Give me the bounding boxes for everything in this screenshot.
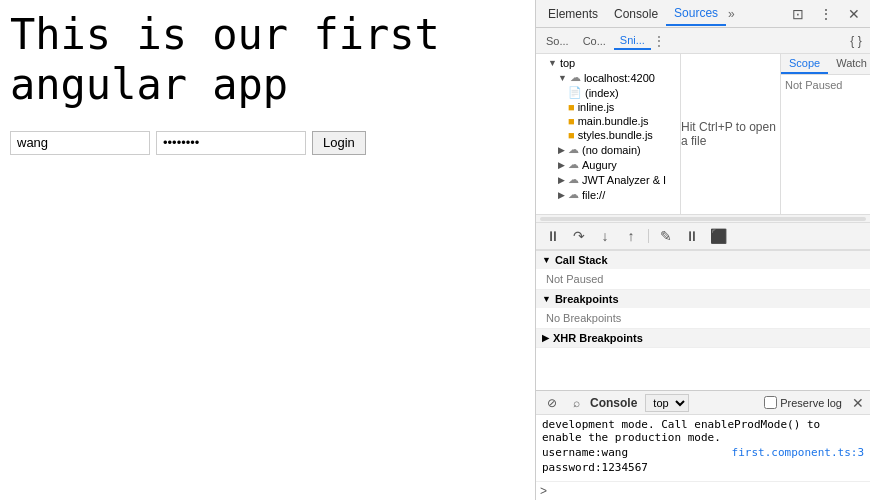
tree-item-file[interactable]: ▶ ☁ file:// [536, 187, 680, 202]
step-over-button[interactable]: ↷ [568, 225, 590, 247]
file-icon-inline: ■ [568, 101, 575, 113]
sources-toolbar: So... Co... Sni... ⋮ { } [536, 28, 870, 54]
breakpoints-label: Breakpoints [555, 293, 619, 305]
tree-label-jwt: JWT Analyzer & I [582, 174, 666, 186]
scope-watch-panel: Scope Watch Not Paused [780, 54, 870, 214]
sources-main: ▼ top ▼ ☁ localhost:4200 📄 (index) ■ inl… [536, 54, 870, 214]
console-filter-icon[interactable]: ⊘ [542, 393, 562, 413]
tab-console[interactable]: Console [606, 3, 666, 25]
console-output: development mode. Call enableProdMode() … [536, 415, 870, 481]
tree-label-inline: inline.js [578, 101, 615, 113]
console-close-button[interactable]: ✕ [852, 395, 864, 411]
tree-item-mainbundle[interactable]: ■ main.bundle.js [536, 114, 680, 128]
deactivate-breakpoints-button[interactable]: ✎ [655, 225, 677, 247]
tree-item-augury[interactable]: ▶ ☁ Augury [536, 157, 680, 172]
scope-watch-tabs: Scope Watch [781, 54, 870, 75]
tree-label-augury: Augury [582, 159, 617, 171]
tab-elements[interactable]: Elements [540, 3, 606, 25]
call-stack-status: Not Paused [546, 273, 603, 285]
console-line: username:wang first.component.ts:3 [542, 445, 864, 460]
console-text-username: username:wang [542, 446, 628, 459]
disable-all-button[interactable]: ⬛ [707, 225, 729, 247]
cloud-icon-localhost: ☁ [570, 71, 581, 84]
tree-item-jwt[interactable]: ▶ ☁ JWT Analyzer & I [536, 172, 680, 187]
sources-tab-co[interactable]: Co... [577, 33, 612, 49]
file-icon-stylesbundle: ■ [568, 129, 575, 141]
app-panel: This is our first angular app Login [0, 0, 535, 500]
debugger-sep1 [648, 229, 649, 243]
xhr-arrow: ▶ [542, 333, 549, 343]
call-stack-label: Call Stack [555, 254, 608, 266]
cloud-icon-file: ☁ [568, 188, 579, 201]
pause-button[interactable]: ⏸ [542, 225, 564, 247]
tree-item-localhost[interactable]: ▼ ☁ localhost:4200 [536, 70, 680, 85]
tree-item-top[interactable]: ▼ top [536, 56, 680, 70]
tree-label-index: (index) [585, 87, 619, 99]
devtools-panel: Elements Console Sources » ⊡ ⋮ ✕ So... C… [535, 0, 870, 500]
sources-tab-so[interactable]: So... [540, 33, 575, 49]
console-text: development mode. Call enableProdMode() … [542, 418, 820, 444]
format-button[interactable]: { } [846, 31, 866, 51]
devtools-topbar: Elements Console Sources » ⊡ ⋮ ✕ [536, 0, 870, 28]
console-prompt: > [540, 484, 547, 498]
call-stack-header[interactable]: ▼ Call Stack [536, 251, 870, 269]
tree-arrow-file: ▶ [558, 190, 565, 200]
console-input[interactable] [551, 485, 866, 498]
tree-arrow-nodomain: ▶ [558, 145, 565, 155]
file-icon-mainbundle: ■ [568, 115, 575, 127]
step-out-button[interactable]: ↑ [620, 225, 642, 247]
tree-item-index[interactable]: 📄 (index) [536, 85, 680, 100]
async-call-stack-button[interactable]: ⏸ [681, 225, 703, 247]
tree-item-stylesbundle[interactable]: ■ styles.bundle.js [536, 128, 680, 142]
app-title: This is our first angular app [10, 10, 525, 111]
scope-content: Not Paused [781, 75, 870, 95]
tree-item-nodomain[interactable]: ▶ ☁ (no domain) [536, 142, 680, 157]
device-toolbar-icon[interactable]: ⊡ [786, 2, 810, 26]
console-title: Console [590, 396, 637, 410]
username-input[interactable] [10, 131, 150, 155]
breakpoints-status: No Breakpoints [546, 312, 621, 324]
tree-label-nodomain: (no domain) [582, 144, 641, 156]
call-stack-arrow: ▼ [542, 255, 551, 265]
login-button[interactable]: Login [312, 131, 366, 155]
debugger-controls: ⏸ ↷ ↓ ↑ ✎ ⏸ ⬛ [536, 222, 870, 250]
close-devtools-button[interactable]: ✕ [842, 2, 866, 26]
app-form: Login [10, 131, 525, 155]
console-text-password: password:1234567 [542, 461, 648, 474]
tree-label-stylesbundle: styles.bundle.js [578, 129, 653, 141]
file-tree: ▼ top ▼ ☁ localhost:4200 📄 (index) ■ inl… [536, 54, 681, 214]
tree-label-localhost: localhost:4200 [584, 72, 655, 84]
breakpoints-header[interactable]: ▼ Breakpoints [536, 290, 870, 308]
tab-watch[interactable]: Watch [828, 54, 870, 74]
sources-more-icon[interactable]: ⋮ [653, 34, 665, 48]
tree-item-inline[interactable]: ■ inline.js [536, 100, 680, 114]
more-tabs-icon[interactable]: » [728, 7, 735, 21]
sources-tab-sni[interactable]: Sni... [614, 32, 651, 50]
call-stack-content: Not Paused [536, 269, 870, 289]
console-input-row: > [536, 481, 870, 500]
step-into-button[interactable]: ↓ [594, 225, 616, 247]
xhr-breakpoints-header[interactable]: ▶ XHR Breakpoints [536, 329, 870, 347]
sources-scrollbar[interactable] [536, 214, 870, 222]
call-stack-section: ▼ Call Stack Not Paused [536, 251, 870, 290]
cloud-icon-jwt: ☁ [568, 173, 579, 186]
editor-area: Hit Ctrl+P to open a file [681, 54, 780, 214]
console-topbar: ⊘ ⌕ Console top Preserve log ✕ [536, 391, 870, 415]
cloud-icon-nodomain: ☁ [568, 143, 579, 156]
devtools-actions: ⊡ ⋮ ✕ [786, 2, 866, 26]
console-context-select[interactable]: top [645, 394, 689, 412]
xhr-breakpoints-section: ▶ XHR Breakpoints [536, 329, 870, 348]
settings-icon[interactable]: ⋮ [814, 2, 838, 26]
preserve-log-checkbox[interactable] [764, 396, 777, 409]
console-source-link[interactable]: first.component.ts:3 [732, 446, 864, 459]
console-search-icon[interactable]: ⌕ [566, 393, 586, 413]
tab-scope[interactable]: Scope [781, 54, 828, 74]
tree-arrow-localhost: ▼ [558, 73, 567, 83]
tab-sources[interactable]: Sources [666, 2, 726, 26]
preserve-log-label: Preserve log [764, 396, 842, 409]
breakpoints-content: No Breakpoints [536, 308, 870, 328]
file-icon-index: 📄 [568, 86, 582, 99]
breakpoints-arrow: ▼ [542, 294, 551, 304]
scroll-track [540, 217, 866, 221]
password-input[interactable] [156, 131, 306, 155]
